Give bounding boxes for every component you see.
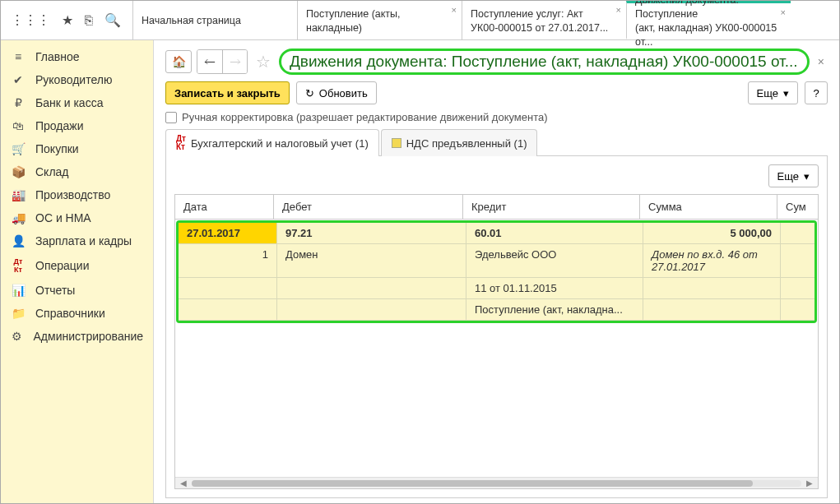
- cell-empty: [643, 278, 781, 299]
- search-icon[interactable]: 🔍: [104, 12, 121, 28]
- subtab-label: НДС предъявленный (1): [406, 137, 527, 150]
- ruble-icon: ₽: [11, 96, 26, 109]
- app-tabs: Начальная страница Поступление (акты, на…: [132, 1, 839, 39]
- col-sum2[interactable]: Сум: [777, 195, 818, 219]
- sidebar-item-directories[interactable]: 📁Справочники: [1, 302, 153, 325]
- close-icon[interactable]: ×: [814, 55, 828, 68]
- home-icon: ≡: [11, 50, 26, 63]
- cell-empty: [179, 299, 277, 321]
- forward-button[interactable]: 🡒: [222, 50, 247, 73]
- sidebar-item-payroll[interactable]: 👤Зарплата и кадры: [1, 229, 153, 252]
- bag-icon: 🛍: [11, 119, 26, 132]
- favorite-icon[interactable]: ☆: [256, 52, 271, 72]
- cart-icon: 🛒: [11, 142, 26, 155]
- tab-title: Движения документа: Поступление: [635, 0, 782, 21]
- posting-group: 27.01.2017 97.21 60.01 5 000,00 1 Домен …: [176, 220, 817, 323]
- gear-icon: ⚙: [11, 330, 24, 343]
- history-icon[interactable]: ⎘: [85, 13, 93, 28]
- tab-home[interactable]: Начальная страница: [132, 1, 297, 39]
- cell-lineno: 1: [179, 244, 277, 278]
- cell-empty: [277, 278, 466, 299]
- help-button[interactable]: ?: [805, 81, 828, 104]
- save-close-button[interactable]: Записать и закрыть: [165, 81, 290, 104]
- dropdown-icon: ▾: [804, 170, 810, 183]
- cell-sum2: [781, 244, 814, 278]
- col-debit[interactable]: Дебет: [274, 195, 463, 219]
- box-icon: 📦: [11, 165, 26, 178]
- subtab-accounting[interactable]: ДтКт Бухгалтерский и налоговый учет (1): [165, 129, 379, 156]
- person-icon: 👤: [11, 234, 26, 247]
- sidebar-item-reports[interactable]: 📊Отчеты: [1, 279, 153, 302]
- cell-credit: 60.01: [466, 223, 643, 244]
- tab-title: Поступление (акты, накладные): [306, 7, 453, 35]
- accounting-grid: Дата Дебет Кредит Сумма Сум 27.01.2017 9…: [174, 194, 819, 489]
- more-label: Еще: [777, 170, 799, 183]
- sidebar-item-label: Руководителю: [35, 73, 112, 86]
- sidebar-item-manager[interactable]: ✔Руководителю: [1, 68, 153, 91]
- main-sidebar: ≡Главное ✔Руководителю ₽Банк и касса 🛍Пр…: [1, 40, 154, 503]
- col-credit[interactable]: Кредит: [463, 195, 640, 219]
- subtab-vat[interactable]: НДС предъявленный (1): [381, 129, 538, 156]
- sidebar-item-sales[interactable]: 🛍Продажи: [1, 114, 153, 137]
- more-button[interactable]: Еще▾: [748, 81, 798, 104]
- cell-comment: Домен по вх.д. 46 от 27.01.2017: [643, 244, 781, 278]
- cell-date: 27.01.2017: [179, 223, 277, 244]
- tab-services-act[interactable]: Поступление услуг: Акт УК00-000015 от 27…: [462, 1, 626, 39]
- sidebar-item-operations[interactable]: ДтКтОперации: [1, 252, 153, 279]
- more-label: Еще: [757, 87, 778, 99]
- horizontal-scrollbar[interactable]: ◀ ▶: [175, 477, 818, 488]
- sidebar-item-main[interactable]: ≡Главное: [1, 45, 153, 68]
- debit-credit-icon: ДтКт: [176, 135, 186, 151]
- page-title: Движения документа: Поступление (акт, на…: [279, 49, 810, 75]
- back-button[interactable]: 🡐: [197, 50, 222, 73]
- refresh-button[interactable]: ↻Обновить: [296, 81, 377, 104]
- close-icon[interactable]: ×: [616, 4, 621, 16]
- manual-edit-label: Ручная корректировка (разрешает редактир…: [182, 111, 548, 123]
- manager-icon: ✔: [11, 73, 26, 86]
- sidebar-item-warehouse[interactable]: 📦Склад: [1, 160, 153, 183]
- cell-empty: [277, 299, 466, 321]
- table-row[interactable]: 1 Домен Эдельвейс ООО Домен по вх.д. 46 …: [179, 244, 814, 278]
- sidebar-item-label: Отчеты: [35, 284, 75, 297]
- vat-icon: [392, 138, 401, 148]
- close-icon[interactable]: ×: [781, 7, 786, 19]
- table-row[interactable]: 11 от 01.11.2015: [179, 278, 814, 299]
- cell-sum2: [781, 299, 814, 321]
- cell-credit-sub: Поступление (акт, накладна...: [466, 299, 643, 321]
- sidebar-item-label: Зарплата и кадры: [35, 234, 132, 247]
- cell-debit-sub: Домен: [277, 244, 466, 278]
- col-sum[interactable]: Сумма: [640, 195, 777, 219]
- folder-icon: 📁: [11, 307, 26, 320]
- scroll-thumb[interactable]: [192, 480, 753, 487]
- tab-subtitle: УК00-000015 от 27.01.2017...: [471, 21, 618, 35]
- subtab-label: Бухгалтерский и налоговый учет (1): [191, 137, 369, 150]
- sidebar-item-bank[interactable]: ₽Банк и касса: [1, 91, 153, 114]
- tab-document-movements[interactable]: Движения документа: Поступление (акт, на…: [626, 1, 791, 39]
- refresh-icon: ↻: [305, 87, 314, 99]
- sidebar-item-label: Банк и касса: [35, 96, 103, 109]
- sidebar-item-purchases[interactable]: 🛒Покупки: [1, 137, 153, 160]
- grid-more-button[interactable]: Еще▾: [768, 164, 819, 187]
- table-row[interactable]: 27.01.2017 97.21 60.01 5 000,00: [179, 223, 814, 244]
- scroll-right-icon[interactable]: ▶: [805, 479, 814, 488]
- home-button[interactable]: 🏠: [165, 50, 192, 73]
- sidebar-item-assets[interactable]: 🚚ОС и НМА: [1, 206, 153, 229]
- cell-sum2: [781, 223, 814, 244]
- table-row[interactable]: Поступление (акт, накладна...: [179, 299, 814, 321]
- sidebar-item-production[interactable]: 🏭Производство: [1, 183, 153, 206]
- debit-credit-icon: ДтКт: [11, 257, 26, 274]
- cell-sum2: [781, 278, 814, 299]
- apps-icon[interactable]: ⋮⋮⋮: [11, 12, 50, 28]
- sidebar-item-label: Продажи: [35, 119, 83, 132]
- sidebar-item-admin[interactable]: ⚙Администрирование: [1, 325, 153, 348]
- close-icon[interactable]: ×: [452, 4, 457, 16]
- favorites-icon[interactable]: ★: [62, 12, 73, 28]
- sidebar-item-label: Производство: [35, 188, 110, 201]
- scroll-track[interactable]: [192, 480, 801, 487]
- sidebar-item-label: Справочники: [35, 307, 105, 320]
- col-date[interactable]: Дата: [175, 195, 274, 219]
- manual-edit-checkbox[interactable]: [165, 112, 177, 123]
- tab-receipts[interactable]: Поступление (акты, накладные) ×: [297, 1, 462, 39]
- scroll-left-icon[interactable]: ◀: [179, 479, 188, 488]
- factory-icon: 🏭: [11, 188, 26, 201]
